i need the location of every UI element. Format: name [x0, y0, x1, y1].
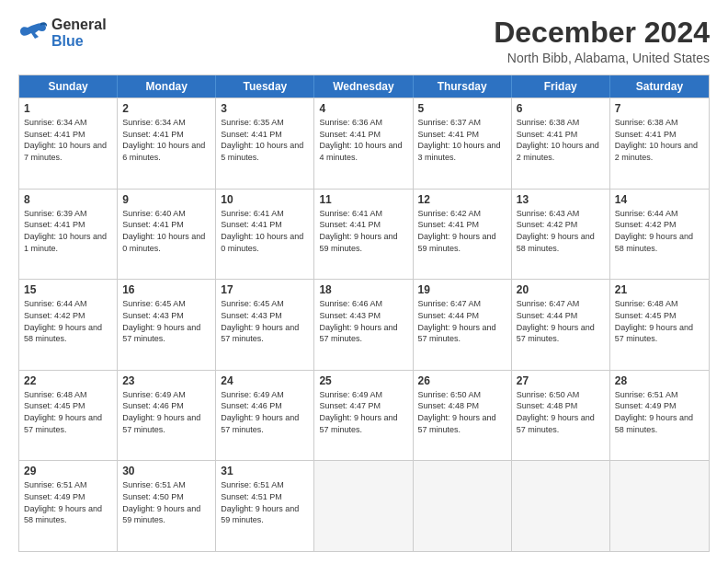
- cell-info: Sunrise: 6:34 AMSunset: 4:41 PMDaylight:…: [24, 117, 112, 163]
- cal-cell: 27Sunrise: 6:50 AMSunset: 4:48 PMDayligh…: [512, 371, 610, 461]
- day-number: 25: [319, 374, 407, 387]
- cell-info: Sunrise: 6:45 AMSunset: 4:43 PMDaylight:…: [122, 298, 210, 344]
- cell-info: Sunrise: 6:36 AMSunset: 4:41 PMDaylight:…: [319, 117, 407, 163]
- day-number: 14: [615, 193, 704, 206]
- cell-info: Sunrise: 6:50 AMSunset: 4:48 PMDaylight:…: [517, 389, 605, 435]
- cell-info: Sunrise: 6:45 AMSunset: 4:43 PMDaylight:…: [221, 298, 309, 344]
- cell-info: Sunrise: 6:49 AMSunset: 4:46 PMDaylight:…: [221, 389, 309, 435]
- cal-cell: 15Sunrise: 6:44 AMSunset: 4:42 PMDayligh…: [19, 280, 118, 370]
- subtitle: North Bibb, Alabama, United States: [494, 51, 710, 65]
- main-title: December 2024: [494, 17, 710, 49]
- cell-info: Sunrise: 6:51 AMSunset: 4:49 PMDaylight:…: [24, 479, 112, 525]
- day-number: 30: [122, 465, 210, 477]
- cal-cell: 1Sunrise: 6:34 AMSunset: 4:41 PMDaylight…: [19, 98, 118, 189]
- cell-info: Sunrise: 6:47 AMSunset: 4:44 PMDaylight:…: [517, 298, 605, 344]
- cell-info: Sunrise: 6:34 AMSunset: 4:41 PMDaylight:…: [122, 117, 210, 163]
- day-number: 31: [221, 465, 309, 477]
- cell-info: Sunrise: 6:47 AMSunset: 4:44 PMDaylight:…: [418, 298, 506, 344]
- cal-row-0: 1Sunrise: 6:34 AMSunset: 4:41 PMDaylight…: [19, 98, 709, 189]
- day-number: 3: [221, 102, 309, 115]
- day-number: 27: [517, 374, 605, 387]
- cal-cell: 17Sunrise: 6:45 AMSunset: 4:43 PMDayligh…: [216, 280, 314, 370]
- day-number: 4: [319, 102, 407, 115]
- cell-info: Sunrise: 6:41 AMSunset: 4:41 PMDaylight:…: [319, 208, 407, 254]
- title-section: December 2024 North Bibb, Alabama, Unite…: [494, 17, 710, 65]
- header-day-friday: Friday: [512, 75, 610, 98]
- day-number: 20: [517, 283, 605, 296]
- cal-cell: 12Sunrise: 6:42 AMSunset: 4:41 PMDayligh…: [414, 190, 512, 280]
- day-number: 9: [122, 193, 210, 206]
- cal-cell: [314, 461, 413, 551]
- header-day-monday: Monday: [118, 75, 216, 98]
- cell-info: Sunrise: 6:48 AMSunset: 4:45 PMDaylight:…: [24, 389, 112, 435]
- cal-row-2: 15Sunrise: 6:44 AMSunset: 4:42 PMDayligh…: [19, 279, 709, 370]
- day-number: 15: [24, 283, 112, 296]
- header-day-sunday: Sunday: [19, 75, 118, 98]
- cal-cell: 4Sunrise: 6:36 AMSunset: 4:41 PMDaylight…: [314, 98, 413, 189]
- cal-cell: 25Sunrise: 6:49 AMSunset: 4:47 PMDayligh…: [314, 371, 413, 461]
- cell-info: Sunrise: 6:43 AMSunset: 4:42 PMDaylight:…: [517, 208, 605, 254]
- cal-cell: 3Sunrise: 6:35 AMSunset: 4:41 PMDaylight…: [216, 98, 314, 189]
- day-number: 2: [122, 102, 210, 115]
- cell-info: Sunrise: 6:41 AMSunset: 4:41 PMDaylight:…: [221, 208, 309, 254]
- header-day-tuesday: Tuesday: [216, 75, 314, 98]
- calendar-header: SundayMondayTuesdayWednesdayThursdayFrid…: [19, 75, 709, 98]
- day-number: 24: [221, 374, 309, 387]
- logo-text: General Blue: [51, 17, 107, 50]
- cell-info: Sunrise: 6:46 AMSunset: 4:43 PMDaylight:…: [319, 298, 407, 344]
- header: General Blue December 2024 North Bibb, A…: [18, 17, 710, 65]
- cell-info: Sunrise: 6:42 AMSunset: 4:41 PMDaylight:…: [418, 208, 506, 254]
- cal-cell: 8Sunrise: 6:39 AMSunset: 4:41 PMDaylight…: [19, 190, 118, 280]
- cal-cell: 14Sunrise: 6:44 AMSunset: 4:42 PMDayligh…: [610, 190, 709, 280]
- day-number: 26: [418, 374, 506, 387]
- cell-info: Sunrise: 6:51 AMSunset: 4:51 PMDaylight:…: [221, 479, 309, 525]
- cal-cell: 31Sunrise: 6:51 AMSunset: 4:51 PMDayligh…: [216, 461, 314, 551]
- day-number: 23: [122, 374, 210, 387]
- cal-cell: 7Sunrise: 6:38 AMSunset: 4:41 PMDaylight…: [610, 98, 709, 189]
- day-number: 17: [221, 283, 309, 296]
- cal-cell: 13Sunrise: 6:43 AMSunset: 4:42 PMDayligh…: [512, 190, 610, 280]
- cal-cell: 20Sunrise: 6:47 AMSunset: 4:44 PMDayligh…: [512, 280, 610, 370]
- day-number: 19: [418, 283, 506, 296]
- cal-cell: 19Sunrise: 6:47 AMSunset: 4:44 PMDayligh…: [414, 280, 512, 370]
- header-day-saturday: Saturday: [610, 75, 709, 98]
- cell-info: Sunrise: 6:51 AMSunset: 4:50 PMDaylight:…: [122, 479, 210, 525]
- cell-info: Sunrise: 6:48 AMSunset: 4:45 PMDaylight:…: [615, 298, 704, 344]
- day-number: 16: [122, 283, 210, 296]
- day-number: 10: [221, 193, 309, 206]
- cal-cell: [414, 461, 512, 551]
- cal-row-4: 29Sunrise: 6:51 AMSunset: 4:49 PMDayligh…: [19, 460, 709, 551]
- cal-cell: 26Sunrise: 6:50 AMSunset: 4:48 PMDayligh…: [414, 371, 512, 461]
- cal-row-3: 22Sunrise: 6:48 AMSunset: 4:45 PMDayligh…: [19, 370, 709, 461]
- day-number: 5: [418, 102, 506, 115]
- cell-info: Sunrise: 6:51 AMSunset: 4:49 PMDaylight:…: [615, 389, 704, 435]
- cell-info: Sunrise: 6:38 AMSunset: 4:41 PMDaylight:…: [615, 117, 704, 163]
- cal-cell: 23Sunrise: 6:49 AMSunset: 4:46 PMDayligh…: [118, 371, 216, 461]
- cell-info: Sunrise: 6:35 AMSunset: 4:41 PMDaylight:…: [221, 117, 309, 163]
- cal-cell: 28Sunrise: 6:51 AMSunset: 4:49 PMDayligh…: [610, 371, 709, 461]
- cal-cell: [610, 461, 709, 551]
- cal-cell: 5Sunrise: 6:37 AMSunset: 4:41 PMDaylight…: [414, 98, 512, 189]
- cell-info: Sunrise: 6:44 AMSunset: 4:42 PMDaylight:…: [615, 208, 704, 254]
- cell-info: Sunrise: 6:49 AMSunset: 4:47 PMDaylight:…: [319, 389, 407, 435]
- day-number: 22: [24, 374, 112, 387]
- cal-cell: 9Sunrise: 6:40 AMSunset: 4:41 PMDaylight…: [118, 190, 216, 280]
- cal-cell: 11Sunrise: 6:41 AMSunset: 4:41 PMDayligh…: [314, 190, 413, 280]
- day-number: 13: [517, 193, 605, 206]
- cell-info: Sunrise: 6:49 AMSunset: 4:46 PMDaylight:…: [122, 389, 210, 435]
- day-number: 6: [517, 102, 605, 115]
- cal-cell: 16Sunrise: 6:45 AMSunset: 4:43 PMDayligh…: [118, 280, 216, 370]
- logo-icon: [18, 20, 48, 46]
- cell-info: Sunrise: 6:39 AMSunset: 4:41 PMDaylight:…: [24, 208, 112, 254]
- cal-row-1: 8Sunrise: 6:39 AMSunset: 4:41 PMDaylight…: [19, 189, 709, 280]
- cal-cell: 22Sunrise: 6:48 AMSunset: 4:45 PMDayligh…: [19, 371, 118, 461]
- cell-info: Sunrise: 6:40 AMSunset: 4:41 PMDaylight:…: [122, 208, 210, 254]
- cell-info: Sunrise: 6:44 AMSunset: 4:42 PMDaylight:…: [24, 298, 112, 344]
- page: General Blue December 2024 North Bibb, A…: [0, 0, 728, 563]
- day-number: 11: [319, 193, 407, 206]
- cal-cell: 6Sunrise: 6:38 AMSunset: 4:41 PMDaylight…: [512, 98, 610, 189]
- header-day-thursday: Thursday: [414, 75, 512, 98]
- cell-info: Sunrise: 6:50 AMSunset: 4:48 PMDaylight:…: [418, 389, 506, 435]
- cal-cell: 30Sunrise: 6:51 AMSunset: 4:50 PMDayligh…: [118, 461, 216, 551]
- cal-cell: 29Sunrise: 6:51 AMSunset: 4:49 PMDayligh…: [19, 461, 118, 551]
